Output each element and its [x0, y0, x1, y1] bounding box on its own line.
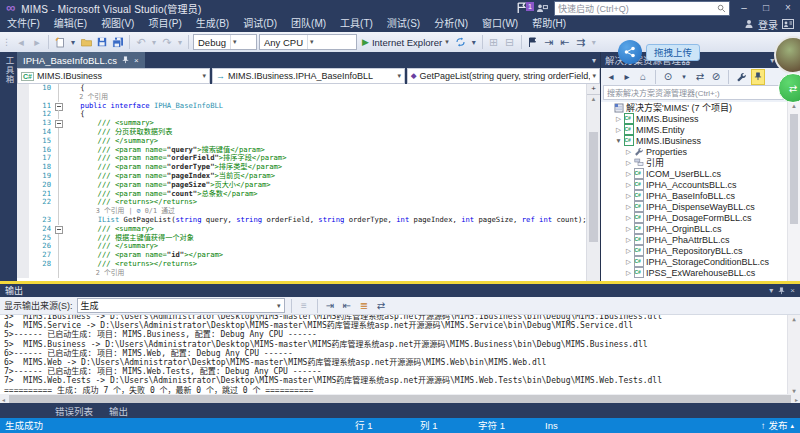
tree-item[interactable]: 解决方案'MIMS' (7 个项目)	[601, 102, 788, 113]
back-icon[interactable]: ◂	[605, 70, 617, 84]
tree-item[interactable]: ▷C#IPHA_RepositoryBLL.cs	[601, 245, 788, 256]
fold-margin[interactable]	[54, 190, 63, 199]
properties-wrench-icon[interactable]	[735, 70, 747, 84]
pending-changes-filter-icon[interactable]: ⊙	[662, 70, 674, 84]
codelens-line[interactable]: 2 个引用	[17, 269, 587, 278]
code-line[interactable]: 28 /// <returns></returns>	[17, 260, 587, 269]
collapse-icon[interactable]	[55, 103, 63, 111]
refresh-icon[interactable]	[454, 34, 468, 50]
expander-icon[interactable]: ▷	[624, 269, 633, 277]
save-icon[interactable]	[95, 34, 109, 50]
find-message-icon[interactable]: ≡	[298, 300, 311, 311]
menu-item[interactable]: 生成(B)	[189, 16, 236, 32]
expander-icon[interactable]: ▷	[624, 203, 633, 211]
redo-icon[interactable]: ↷	[160, 34, 174, 50]
fold-margin[interactable]	[54, 181, 63, 190]
breakpoint-margin[interactable]	[17, 198, 29, 207]
drag-upload-button[interactable]: 拖拽上传	[646, 44, 700, 61]
collapse-all-icon[interactable]: ⊘	[710, 70, 722, 84]
breakpoint-margin[interactable]	[17, 225, 29, 234]
tree-item[interactable]: ▷C#IPHA_PhaAttrBLL.cs	[601, 234, 788, 245]
fold-margin[interactable]	[54, 172, 63, 181]
toolbox-vertical-tab[interactable]: 工具箱	[0, 52, 17, 281]
scroll-up-icon[interactable]: ▲	[587, 95, 600, 104]
navigate-forward-icon[interactable]: ▸	[30, 34, 44, 50]
editor-vertical-scrollbar[interactable]: + ▲	[586, 84, 600, 281]
expander-icon[interactable]: ▷	[614, 115, 623, 123]
fold-margin[interactable]	[54, 260, 63, 269]
fold-margin[interactable]	[54, 84, 63, 93]
menu-item[interactable]: 视图(V)	[94, 16, 141, 32]
breakpoint-margin[interactable]	[17, 216, 29, 225]
navigate-back-icon[interactable]: ◂	[14, 34, 28, 50]
breakpoint-margin[interactable]	[17, 269, 29, 278]
goto-previous-message-icon[interactable]: ⇤	[341, 300, 354, 311]
sign-in-card-icon[interactable]	[782, 19, 794, 29]
menu-item[interactable]: 工具(T)	[333, 16, 380, 32]
fold-margin[interactable]	[54, 102, 63, 111]
close-button[interactable]: ×	[780, 1, 796, 15]
solution-platform-dropdown[interactable]: Any CPU▾	[259, 34, 357, 50]
tree-item[interactable]: ▷Properties	[601, 146, 788, 157]
collapse-icon[interactable]	[55, 120, 63, 128]
fold-margin[interactable]	[54, 225, 63, 234]
navigation-dropdown[interactable]: ◆GetPageList(string query, string orderF…	[407, 68, 600, 84]
tree-item[interactable]: ▷C#ICOM_UserBLL.cs	[601, 168, 788, 179]
code-editor[interactable]: 10 { 2 个引用11 public interface IPHA_BaseI…	[17, 84, 587, 281]
minimize-button[interactable]: –	[736, 1, 752, 15]
output-vertical-scrollbar[interactable]: ▲ ▼	[787, 315, 800, 394]
breakpoint-margin[interactable]	[17, 207, 29, 216]
panel-tab[interactable]: 错误列表	[55, 404, 93, 418]
filter-dropdown-icon[interactable]: ▾	[678, 70, 690, 84]
code-line[interactable]: 22 /// <returns></returns>	[17, 198, 587, 207]
publish-button[interactable]: ↑ 发布 ▴	[761, 419, 794, 432]
refresh-dropdown-icon[interactable]: ▾	[470, 34, 478, 50]
fold-margin[interactable]	[54, 163, 63, 172]
window-position-dropdown-icon[interactable]: ▾	[769, 286, 773, 295]
fold-margin[interactable]	[54, 269, 63, 278]
start-debugging-button[interactable]: ▶ Internet Explorer ▾	[359, 37, 452, 48]
fold-margin[interactable]	[54, 110, 63, 119]
undo-icon[interactable]: ↶	[134, 34, 148, 50]
expander-icon[interactable]: ▷	[624, 225, 633, 233]
breakpoint-margin[interactable]	[17, 154, 29, 163]
fold-margin[interactable]	[54, 119, 63, 128]
collapse-icon[interactable]	[55, 226, 63, 234]
bookmark-flag-icon[interactable]	[526, 34, 540, 50]
tree-item[interactable]: ▷C#IPHA_BaseInfoBLL.cs	[601, 190, 788, 201]
breakpoint-margin[interactable]	[17, 119, 29, 128]
tree-item[interactable]: ▷C#IPHA_AccountsBLL.cs	[601, 179, 788, 190]
tab-ipha-baseinfobll[interactable]: IPHA_BaseInfoBLL.cs ×	[17, 52, 145, 68]
breakpoint-margin[interactable]	[17, 146, 29, 155]
fold-margin[interactable]	[54, 207, 63, 216]
menu-item[interactable]: 文件(F)	[0, 16, 47, 32]
tree-item[interactable]: ▼C#MIMS.IBusiness	[601, 135, 788, 146]
navigation-dropdown[interactable]: C#MIMS.IBusiness▾	[17, 68, 210, 84]
fold-margin[interactable]	[54, 234, 63, 243]
scrollbar-thumb[interactable]	[790, 114, 798, 224]
break-all-icon[interactable]: ⊟	[503, 34, 517, 50]
upload-share-icon[interactable]	[618, 40, 642, 64]
breakpoint-margin[interactable]	[17, 163, 29, 172]
fold-margin[interactable]	[54, 137, 63, 146]
tree-item[interactable]: ▷C#IPHA_StorageConditionBLL.cs	[601, 256, 788, 267]
open-folder-icon[interactable]	[79, 34, 93, 50]
expander-icon[interactable]: ▷	[624, 258, 633, 266]
goto-next-message-icon[interactable]: ⇥	[324, 300, 337, 311]
fold-margin[interactable]	[54, 146, 63, 155]
solution-explorer-search[interactable]: 搜索解决方案资源管理器(Ctrl+;)	[603, 85, 798, 100]
fold-margin[interactable]	[54, 154, 63, 163]
expander-icon[interactable]: ▷	[624, 159, 633, 167]
expander-icon[interactable]: ▷	[624, 181, 633, 189]
tree-item[interactable]: ▷C#IPHA_DispenseWayBLL.cs	[601, 201, 788, 212]
tree-item[interactable]: ▷C#IPHA_OrginBLL.cs	[601, 223, 788, 234]
undo-dropdown-icon[interactable]: ▾	[150, 34, 158, 50]
navigation-dropdown[interactable]: →MIMS.IBusiness.IPHA_BaseInfoBLL▾	[212, 68, 405, 84]
new-file-dropdown-icon[interactable]: ▾	[69, 34, 77, 50]
notifications-flag-icon[interactable]: 1	[516, 2, 530, 14]
restore-button[interactable]: □	[758, 1, 774, 15]
fold-margin[interactable]	[54, 198, 63, 207]
menu-item[interactable]: 项目(P)	[141, 16, 188, 32]
solution-configuration-dropdown[interactable]: Debug▾	[193, 34, 257, 50]
expander-icon[interactable]: ▷	[624, 148, 633, 156]
